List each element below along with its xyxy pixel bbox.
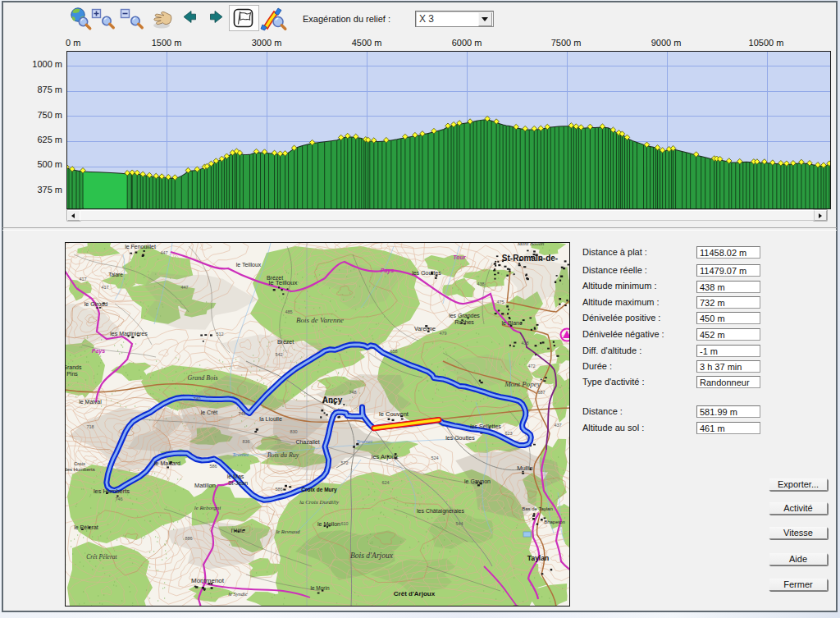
svg-text:Taylan: Taylan <box>527 554 549 562</box>
svg-text:624: 624 <box>381 480 389 485</box>
svg-text:St-Romain-de-: St-Romain-de- <box>502 254 558 263</box>
svg-text:740: 740 <box>193 396 200 401</box>
svg-text:la Croix Durdilly: la Croix Durdilly <box>299 499 340 506</box>
svg-text:Bas de Taylan: Bas de Taylan <box>522 506 553 511</box>
svg-text:586: 586 <box>275 487 282 492</box>
svg-text:542: 542 <box>275 352 282 357</box>
svg-text:Grands: Grands <box>65 364 82 370</box>
svg-text:le Maillard: le Maillard <box>154 460 180 466</box>
svg-text:les Châtaigneraies: les Châtaigneraies <box>417 508 464 515</box>
svg-text:610: 610 <box>340 521 348 526</box>
svg-text:437: 437 <box>554 423 561 428</box>
svg-text:475: 475 <box>496 300 504 304</box>
svg-text:Pins: Pins <box>66 371 78 377</box>
svg-text:Pays: Pays <box>381 268 394 274</box>
svg-text:Roches: Roches <box>454 319 474 325</box>
svg-text:Talare: Talare <box>108 272 123 277</box>
svg-text:718: 718 <box>86 424 94 429</box>
svg-text:les Arjoux: les Arjoux <box>372 453 399 460</box>
svg-text:le Malval: le Malval <box>79 399 102 405</box>
svg-text:886: 886 <box>185 536 192 541</box>
svg-text:Varenne: Varenne <box>414 326 436 332</box>
svg-text:Bois de Varenne: Bois de Varenne <box>296 316 344 324</box>
svg-text:le Couvent: le Couvent <box>379 410 409 418</box>
svg-text:586: 586 <box>209 464 217 469</box>
svg-text:512: 512 <box>216 332 223 336</box>
svg-text:544: 544 <box>455 521 463 526</box>
svg-text:Matillon: Matillon <box>194 482 216 489</box>
svg-text:Grand Bois: Grand Bois <box>187 374 217 382</box>
svg-text:479: 479 <box>439 331 446 336</box>
svg-text:les Martinières: les Martinières <box>110 331 148 336</box>
svg-text:Croix de Mury: Croix de Mury <box>301 487 337 493</box>
svg-text:Chazallet: Chazallet <box>295 439 319 445</box>
svg-text:417: 417 <box>101 285 108 290</box>
svg-text:658: 658 <box>390 349 397 354</box>
svg-text:les Gouttes: les Gouttes <box>445 435 475 441</box>
svg-text:le Reborgni: le Reborgni <box>194 505 221 511</box>
svg-text:485: 485 <box>285 309 292 314</box>
svg-text:748: 748 <box>238 411 245 416</box>
svg-text:Tour: Tour <box>453 254 467 260</box>
svg-text:le Crêt: le Crêt <box>201 410 218 415</box>
svg-text:l'Hôte: l'Hôte <box>231 528 245 533</box>
svg-text:836: 836 <box>242 439 249 444</box>
svg-text:524: 524 <box>431 455 438 460</box>
svg-text:le Revnaud: le Revnaud <box>276 529 300 534</box>
svg-text:Tevenet: Tevenet <box>356 438 372 444</box>
svg-text:447: 447 <box>160 250 167 255</box>
svg-text:les Sellettes: les Sellettes <box>470 423 501 429</box>
svg-text:447: 447 <box>180 285 188 290</box>
svg-text:623: 623 <box>504 431 512 436</box>
svg-text:472: 472 <box>527 364 535 369</box>
svg-text:748: 748 <box>349 390 356 395</box>
svg-text:le Mas: le Mas <box>227 474 244 479</box>
svg-text:St-Jean: St-Jean <box>228 480 248 486</box>
svg-text:Brézet: Brézet <box>277 339 294 345</box>
svg-text:438: 438 <box>477 282 484 286</box>
svg-text:le Mollon: le Mollon <box>317 521 340 527</box>
svg-text:le Giroud: le Giroud <box>84 301 108 307</box>
svg-text:les Grandes: les Grandes <box>449 313 480 318</box>
svg-text:417: 417 <box>79 277 86 282</box>
svg-text:Crêt d'Arjoux: Crêt d'Arjoux <box>394 590 436 597</box>
svg-text:le Teilloux: le Teilloux <box>236 262 262 268</box>
svg-text:Mullin: Mullin <box>517 465 533 472</box>
svg-text:438: 438 <box>521 341 528 346</box>
svg-text:Croix: Croix <box>74 461 85 466</box>
svg-text:Bhapeton: Bhapeton <box>544 520 565 524</box>
svg-text:le Blanc: le Blanc <box>502 320 523 326</box>
svg-text:572: 572 <box>340 460 348 465</box>
svg-text:les Humberts: les Humberts <box>94 488 130 495</box>
svg-text:Crêt Pèlerat: Crêt Pèlerat <box>86 553 117 561</box>
svg-text:746: 746 <box>115 497 122 501</box>
svg-text:le Fenouillet: le Fenouillet <box>125 244 156 249</box>
svg-text:Bois d'Arjoux: Bois d'Arjoux <box>350 552 394 560</box>
svg-text:Montmenot: Montmenot <box>191 577 225 584</box>
svg-text:la Lioulle: la Lioulle <box>259 416 282 422</box>
svg-text:le Morin: le Morin <box>310 585 330 591</box>
svg-text:Brézet: Brézet <box>267 275 283 281</box>
svg-text:830: 830 <box>290 429 297 434</box>
svg-text:Ancy: Ancy <box>322 396 343 405</box>
svg-text:le Syndic: le Syndic <box>228 591 248 597</box>
svg-text:le Pèlerat: le Pèlerat <box>74 524 98 530</box>
svg-text:Tevenet: Tevenet <box>232 451 249 457</box>
svg-text:Pays: Pays <box>92 348 105 355</box>
svg-text:des Humberts: des Humberts <box>65 467 95 472</box>
svg-text:les Gouttes: les Gouttes <box>412 270 441 276</box>
svg-text:Bois du Ruy: Bois du Ruy <box>267 451 299 459</box>
svg-text:le Gaynon: le Gaynon <box>464 478 491 485</box>
svg-text:687: 687 <box>537 390 545 395</box>
svg-text:Mont Popey: Mont Popey <box>504 380 541 388</box>
